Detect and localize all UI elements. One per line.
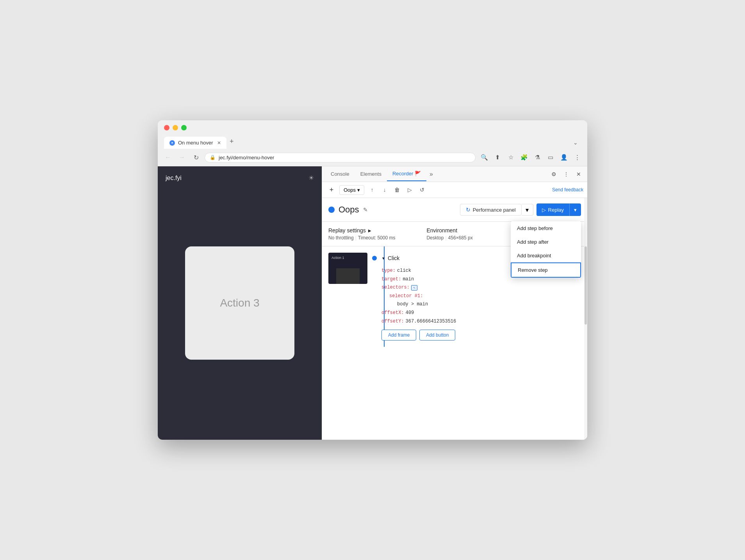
export-icon[interactable]: ↑ [367, 184, 378, 195]
menu-icon[interactable]: ⋮ [572, 152, 583, 163]
add-recording-button[interactable]: + [326, 184, 337, 195]
step-collapse-icon[interactable]: ▼ [381, 256, 385, 260]
performance-panel-button[interactable]: ↻ Performance panel [460, 204, 522, 216]
environment-title: Environment [426, 227, 472, 234]
website-panel: jec.fyi ☀ Action 3 [158, 166, 322, 440]
step-thumbnail: Action 1 [328, 253, 367, 284]
add-frame-button[interactable]: Add frame [381, 330, 416, 341]
context-menu-remove-step[interactable]: Remove step [511, 262, 581, 278]
replay-label: Replay [548, 207, 564, 213]
redo-icon[interactable]: ↺ [417, 184, 428, 195]
replay-settings-title[interactable]: Replay settings ▶ [328, 227, 395, 234]
tab-collapse-icon[interactable]: ⌄ [570, 136, 581, 149]
devtools-more-icon[interactable]: ⋮ [561, 169, 572, 180]
perf-panel-dropdown-button[interactable]: ▾ [522, 204, 533, 216]
prop-offsetx-key: offsetX: [381, 309, 404, 317]
dimensions-label: 456×685 px [448, 235, 473, 241]
play-recording-icon[interactable]: ▷ [404, 184, 415, 195]
recorder-toolbar: + Oops ▾ ↑ ↓ 🗑 ▷ ↺ Send feedback [322, 182, 587, 198]
prop-selector1-row: selector #1: [381, 292, 581, 301]
delete-recording-icon[interactable]: 🗑 [392, 184, 403, 195]
back-button[interactable]: ← [162, 152, 173, 163]
prop-type-key: type: [381, 267, 396, 275]
address-bar[interactable]: 🔒 jec.fyi/demo/menu-hover [205, 153, 476, 162]
reload-button[interactable]: ↻ [191, 152, 201, 163]
traffic-lights [164, 125, 581, 130]
browser-window: ● On menu hover ✕ + ⌄ ← → ↻ 🔒 jec.fyi/de… [158, 120, 587, 440]
site-header: jec.fyi ☀ [166, 174, 314, 182]
context-menu-add-step-after[interactable]: Add step after [511, 235, 581, 249]
edit-recording-name-icon[interactable]: ✎ [363, 207, 368, 213]
replay-settings-arrow-icon: ▶ [368, 228, 371, 233]
more-tabs-button[interactable]: » [426, 168, 436, 181]
share-icon[interactable]: ⬆ [492, 152, 503, 163]
action-card-text: Action 3 [220, 297, 259, 309]
add-button-button[interactable]: Add button [419, 330, 455, 341]
search-icon[interactable]: 🔍 [479, 152, 490, 163]
prop-selectors-row: selectors: ↖ [381, 284, 581, 292]
recording-select-label: Oops [344, 187, 356, 193]
import-icon[interactable]: ↓ [379, 184, 390, 195]
prop-selector1-val-row: body > main [381, 300, 581, 309]
devtools-close-icon[interactable]: ✕ [573, 169, 584, 180]
close-traffic-light[interactable] [164, 125, 169, 130]
maximize-traffic-light[interactable] [181, 125, 187, 130]
tab-favicon: ● [169, 140, 175, 146]
environment-col: Environment Desktop | 456×685 px [426, 227, 472, 241]
prop-selector1-key: selector #1: [381, 292, 423, 301]
perf-panel-label: Performance panel [473, 207, 516, 213]
step-title-label: Click [388, 255, 399, 261]
performance-panel-group: ↻ Performance panel ▾ [460, 204, 533, 216]
recording-title-area: Oops ✎ [328, 205, 368, 215]
replay-play-icon: ▷ [542, 207, 546, 213]
replay-settings-subtitle: No throttling | Timeout: 5000 ms [328, 235, 395, 241]
tab-title: On menu hover [178, 140, 213, 146]
settings-separator: | [355, 235, 356, 241]
nav-icons: 🔍 ⬆ ☆ 🧩 ⚗ ▭ 👤 ⋮ [479, 152, 583, 163]
context-menu-add-step-before[interactable]: Add step before [511, 221, 581, 235]
nav-bar: ← → ↻ 🔒 jec.fyi/demo/menu-hover 🔍 ⬆ ☆ 🧩 … [158, 149, 587, 166]
selector-icon: ↖ [411, 285, 417, 291]
prop-target-val: main [403, 275, 414, 284]
perf-panel-icon: ↻ [466, 207, 471, 213]
scrollbar[interactable] [584, 198, 587, 440]
devtools-settings-icon[interactable]: ⚙ [548, 169, 559, 180]
profile-icon[interactable]: 👤 [558, 152, 569, 163]
prop-target-key: target: [381, 275, 401, 284]
bookmark-icon[interactable]: ☆ [505, 152, 516, 163]
site-sun-icon[interactable]: ☀ [308, 174, 314, 182]
prop-offsetx-val: 409 [406, 309, 414, 317]
recording-name-select[interactable]: Oops ▾ [339, 185, 364, 195]
flask-icon[interactable]: ⚗ [532, 152, 543, 163]
recording-status-dot [328, 207, 335, 213]
site-title: jec.fyi [166, 175, 182, 182]
minimize-traffic-light[interactable] [173, 125, 178, 130]
forward-button[interactable]: → [176, 152, 187, 163]
tab-close-icon[interactable]: ✕ [217, 140, 221, 146]
prop-type-val: click [397, 267, 411, 275]
replay-button[interactable]: ▷ Replay [536, 203, 569, 216]
desktop-label: Desktop [426, 235, 444, 241]
prop-selector1-val: body > main [381, 300, 428, 309]
tab-console[interactable]: Console [325, 167, 355, 181]
replay-dropdown-button[interactable]: ▾ [569, 203, 581, 216]
prop-selectors-key: selectors: [381, 284, 410, 292]
send-feedback-link[interactable]: Send feedback [552, 187, 583, 193]
recording-actions: ↻ Performance panel ▾ ▷ Replay ▾ [460, 203, 581, 216]
no-throttling-label: No throttling [328, 235, 354, 241]
extensions-icon[interactable]: 🧩 [519, 152, 529, 163]
tab-bar: ● On menu hover ✕ + ⌄ [164, 134, 581, 149]
tab-elements[interactable]: Elements [355, 167, 387, 181]
timeout-label: Timeout: 5000 ms [358, 235, 396, 241]
env-separator: | [445, 235, 446, 241]
recording-header: Oops ✎ ↻ Performance panel ▾ [322, 198, 587, 222]
thumb-content [336, 268, 360, 284]
new-tab-button[interactable]: + [226, 134, 237, 149]
sidebar-icon[interactable]: ▭ [545, 152, 556, 163]
context-menu-add-breakpoint[interactable]: Add breakpoint [511, 249, 581, 262]
step-title: ▼ Click [381, 255, 399, 261]
scrollbar-thumb[interactable] [585, 246, 587, 325]
tab-recorder[interactable]: Recorder 🚩 [387, 167, 426, 181]
environment-label: Environment [426, 227, 457, 234]
active-tab[interactable]: ● On menu hover ✕ [164, 137, 226, 149]
